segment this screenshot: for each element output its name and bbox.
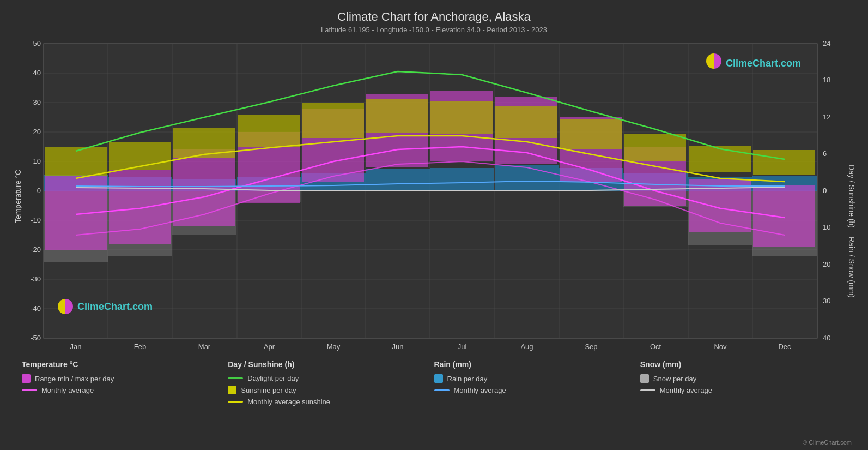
svg-text:40: 40 <box>823 334 830 342</box>
svg-rect-64 <box>495 106 557 138</box>
svg-rect-66 <box>624 134 686 161</box>
chart-container: Climate Chart for Anchorage, Alaska Lati… <box>0 0 868 450</box>
svg-text:Mar: Mar <box>198 343 211 351</box>
legend-snow-avg-label: Monthly average <box>660 386 712 394</box>
y-axis-right-top-label: Day / Sunshine (h) <box>847 165 856 228</box>
legend-daylight-label: Daylight per day <box>247 374 299 382</box>
svg-rect-63 <box>430 101 493 134</box>
svg-text:0: 0 <box>823 187 827 195</box>
svg-text:Aug: Aug <box>520 343 533 351</box>
legend-rain-per-day-label: Rain per day <box>447 375 488 383</box>
svg-text:20: 20 <box>823 260 830 268</box>
svg-rect-65 <box>560 119 622 149</box>
svg-text:-50: -50 <box>31 334 41 342</box>
svg-text:18: 18 <box>823 76 830 84</box>
svg-text:-20: -20 <box>31 245 41 254</box>
svg-text:Jun: Jun <box>392 343 404 351</box>
svg-rect-38 <box>366 169 430 191</box>
legend-rain-avg-label: Monthly average <box>454 386 506 394</box>
legend-area: Temperature °C Range min / max per day M… <box>11 360 857 406</box>
svg-rect-57 <box>45 147 107 176</box>
svg-text:Dec: Dec <box>778 343 791 351</box>
svg-rect-68 <box>753 150 815 175</box>
legend-sunshine-avg-label: Monthly average sunshine <box>247 398 330 406</box>
svg-rect-55 <box>689 179 751 232</box>
legend-sunshine-avg-swatch <box>228 401 243 403</box>
y-axis-right-top: 24 18 12 6 0 <box>823 39 830 195</box>
legend-sunshine-avg: Monthly average sunshine <box>228 398 434 406</box>
legend-snow-per-day: Snow per day <box>640 374 846 383</box>
svg-rect-56 <box>753 185 815 247</box>
svg-text:-30: -30 <box>31 275 41 283</box>
svg-rect-62 <box>366 99 428 133</box>
watermark-top-text: ClimeChart.com <box>726 58 801 69</box>
svg-text:24: 24 <box>823 39 830 47</box>
svg-text:0: 0 <box>37 187 41 195</box>
chart-svg: 50 40 30 20 10 0 -10 -20 -30 -40 -50 24 … <box>11 38 857 355</box>
svg-text:10: 10 <box>33 157 41 165</box>
svg-text:30: 30 <box>823 297 830 305</box>
legend-sunshine-box-swatch <box>228 386 236 394</box>
legend-snow-box-swatch <box>640 374 649 383</box>
legend-rain-avg: Monthly average <box>434 386 640 394</box>
legend-temperature-title: Temperature °C <box>22 360 228 369</box>
x-axis-labels: Jan Feb Mar Apr May Jun Jul Aug Sep Oct … <box>70 343 792 351</box>
svg-text:30: 30 <box>33 98 41 106</box>
y-axis-right-bottom-label: Rain / Snow (mm) <box>847 237 856 298</box>
svg-rect-40 <box>495 165 559 191</box>
legend-temp-avg-label: Monthly average <box>41 386 94 394</box>
legend-temp-range-label: Range min / max per day <box>35 375 114 383</box>
copyright: © ClimeChart.com <box>803 439 852 446</box>
svg-text:-40: -40 <box>31 304 41 313</box>
svg-text:Jul: Jul <box>458 343 467 351</box>
legend-snow: Snow (mm) Snow per day Monthly average <box>640 360 846 406</box>
legend-sunshine: Day / Sunshine (h) Daylight per day Suns… <box>228 360 434 406</box>
svg-text:Jan: Jan <box>70 343 82 351</box>
y-axis-left-label: Temperature °C <box>14 170 22 223</box>
chart-subtitle: Latitude 61.195 - Longitude -150.0 - Ele… <box>11 26 857 34</box>
svg-text:20: 20 <box>33 128 41 136</box>
svg-rect-60 <box>238 115 300 147</box>
legend-snow-avg: Monthly average <box>640 386 846 394</box>
legend-temperature: Temperature °C Range min / max per day M… <box>22 360 228 406</box>
svg-rect-46 <box>109 170 171 244</box>
svg-text:Feb: Feb <box>134 343 146 351</box>
svg-text:6: 6 <box>823 149 827 158</box>
legend-snow-avg-swatch <box>640 389 655 391</box>
svg-text:12: 12 <box>823 113 830 121</box>
legend-sunshine-per-day-label: Sunshine per day <box>241 386 296 394</box>
legend-rain-avg-swatch <box>434 389 450 391</box>
svg-text:Sep: Sep <box>585 343 597 351</box>
legend-snow-per-day-label: Snow per day <box>653 375 697 383</box>
svg-text:Oct: Oct <box>650 343 661 351</box>
chart-area: 50 40 30 20 10 0 -10 -20 -30 -40 -50 24 … <box>11 38 857 355</box>
legend-temp-range-swatch <box>22 374 31 383</box>
legend-rain: Rain (mm) Rain per day Monthly average <box>434 360 640 406</box>
y-axis-left: 50 40 30 20 10 0 -10 -20 -30 -40 -50 <box>31 39 41 342</box>
y-axis-right-bottom: 0 10 20 30 40 <box>823 187 830 342</box>
legend-snow-title: Snow (mm) <box>640 360 846 369</box>
watermark-bottom-text: ClimeChart.com <box>77 301 153 312</box>
legend-daylight-swatch <box>228 377 243 379</box>
svg-rect-39 <box>430 168 494 191</box>
legend-daylight: Daylight per day <box>228 374 434 382</box>
svg-text:40: 40 <box>33 69 41 77</box>
chart-title: Climate Chart for Anchorage, Alaska <box>11 10 857 24</box>
svg-rect-67 <box>689 146 751 172</box>
legend-rain-title: Rain (mm) <box>434 360 640 369</box>
legend-temp-range: Range min / max per day <box>22 374 228 383</box>
legend-rain-box-swatch <box>434 374 443 383</box>
svg-text:-10: -10 <box>31 216 41 224</box>
legend-sunshine-per-day: Sunshine per day <box>228 386 434 394</box>
svg-rect-61 <box>302 103 364 138</box>
svg-text:Nov: Nov <box>714 343 727 351</box>
svg-text:May: May <box>327 343 341 351</box>
legend-rain-per-day: Rain per day <box>434 374 640 383</box>
svg-text:Apr: Apr <box>264 343 275 351</box>
svg-text:50: 50 <box>33 39 41 47</box>
legend-temp-avg: Monthly average <box>22 386 228 394</box>
svg-text:10: 10 <box>823 223 830 231</box>
legend-temp-avg-swatch <box>22 389 37 391</box>
legend-sunshine-title: Day / Sunshine (h) <box>228 360 434 369</box>
